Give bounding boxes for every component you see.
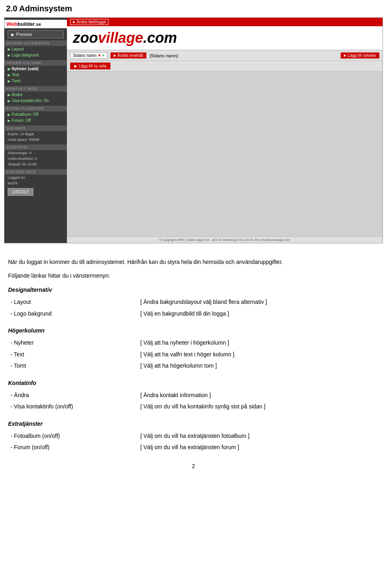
sidebar-item-tomt[interactable]: ▶ Tomt [4, 78, 67, 84]
text-content-area: När du loggat in kommer du till adminsys… [0, 251, 387, 477]
arrow-icon: ▶ [8, 113, 10, 117]
logged-user: test76 [4, 180, 67, 186]
sid-expire: Expire: 14 dagar [4, 131, 67, 137]
row-left: - Forum (on/off) [9, 442, 138, 452]
section-header-statistik: STATISTIK [4, 144, 67, 150]
section-header-design: DESIGN ALTERNATIV [4, 40, 67, 46]
row-right: [ Välj om du vill ha extratjänsten fotoa… [139, 431, 378, 441]
sidebar-item-fotoalbum[interactable]: ▶ Fotoalbum: Off [4, 111, 67, 117]
change-content-button[interactable]: ▶ Ändra innehåll [110, 52, 146, 59]
arrow-icon: ▶ [344, 54, 346, 57]
arrow-icon: ▶ [8, 99, 10, 103]
intro-paragraph-2: Följande länkar hittar du i vänstermenyn… [8, 271, 379, 280]
arrow-icon: ▶ [8, 67, 10, 71]
sidebar-item-logo-bakgrund[interactable]: ▶ Logo bakgrund [4, 52, 67, 58]
sidebar-item-layout[interactable]: ▶ Layout [4, 46, 67, 52]
arrow-icon: ▶ [8, 53, 10, 57]
page-name-item: Sidans namn ✕ + [70, 52, 107, 59]
page-number: 2 [8, 462, 379, 471]
arrow-icon: ▶ [8, 73, 10, 77]
row-right: [ Välj att ha högerkolumn tom ] [139, 360, 378, 371]
sidebar-item-nyheter-label: Nyheter (vald) [12, 67, 39, 71]
row-right: [ Välj om du vill ha extratjänsten forum… [139, 442, 378, 452]
table-hoger: - Nyheter [ Välj att ha nyheter i högerk… [8, 337, 379, 372]
sidebar-item-tomt-label: Tomt [12, 79, 21, 83]
logo-web: Web [6, 21, 17, 27]
arrow-icon: ▶ [73, 20, 75, 24]
arrow-icon: ▶ [8, 119, 10, 123]
row-left: - Nyheter [9, 337, 138, 348]
sidebar-item-andra-label: Ändra [12, 92, 23, 97]
table-extra: - Fotoalbum (on/off) [ Välj om du vill h… [8, 430, 379, 454]
arrow-icon: ▶ [8, 79, 10, 83]
sidebar-item-fotoalbum-label: Fotoalbum: Off [12, 112, 38, 117]
sidebar: Webbuilder.se ▶ Preview DESIGN ALTERNATI… [4, 18, 67, 243]
table-row: - Text [ Välj att ha valfri text i höger… [9, 349, 378, 360]
table-design: - Layout [ Ändra bakgrundslayout välj bl… [8, 296, 379, 320]
sidebar-item-andra[interactable]: ▶ Ändra [4, 92, 67, 98]
row-right: [ Ändra bakgrundslayout välj bland flera… [139, 297, 378, 307]
change-title-button[interactable]: ▶ Ändra titel/logga [70, 19, 108, 25]
table-row: - Forum (on/off) [ Välj om du vill ha ex… [9, 442, 378, 452]
main-logo: zoovillage.com [67, 26, 383, 50]
preview-icon: ▶ [11, 32, 15, 37]
table-kontakt: - Ändra [ Ändra kontakt information ] - … [8, 389, 379, 413]
stat-sidvisningar: Sidvisningar: 0 [4, 150, 67, 156]
logo-builder: builder [17, 21, 35, 27]
sidebar-item-text[interactable]: ▶ Text [4, 72, 67, 78]
table-row: - Layout [ Ändra bakgrundslayout välj bl… [9, 297, 378, 307]
table-row: - Tomt [ Välj att ha högerkolumn tom ] [9, 360, 378, 371]
preview-button[interactable]: ▶ Preview [8, 30, 64, 38]
arrow-icon: ▶ [8, 93, 10, 97]
stat-skapad: Skapad: 05-10-08 [4, 161, 67, 167]
add-news-button[interactable]: ▶ Lägg till nyheter [341, 52, 379, 59]
sidebar-item-text-label: Text [12, 73, 19, 77]
sidebar-item-forum[interactable]: ▶ Forum: Off [4, 117, 67, 123]
section-title-design: Designalternativ [8, 285, 379, 294]
logo-se: .se [35, 22, 41, 27]
sidebar-item-forum-label: Forum: Off [12, 118, 31, 123]
logged-on-label: Logged on: [4, 175, 67, 180]
main-body [67, 71, 383, 236]
row-left: - Layout [9, 297, 138, 307]
intro-paragraph-1: När du loggat in kommer du till adminsys… [8, 257, 379, 266]
row-left: - Visa kontaktinfo (on/off) [9, 401, 138, 412]
x-icon[interactable]: ✕ [98, 53, 101, 58]
table-row: - Fotoalbum (on/off) [ Välj om du vill h… [9, 431, 378, 441]
row-right: [ Ändra kontakt information ] [139, 390, 378, 400]
screenshot-area: Webbuilder.se ▶ Preview DESIGN ALTERNATI… [4, 17, 383, 243]
logo-text: zoovillage.com [73, 29, 177, 46]
section-header-sidinfo: SID INFO [4, 126, 67, 131]
main-second-bar: ▶ Lägg till ny sida [67, 61, 383, 71]
row-right: [ Välj en bakgrundbild till din logga ] [139, 308, 378, 319]
arrow-icon: ▶ [8, 47, 10, 51]
table-row: - Nyheter [ Välj att ha nyheter i högerk… [9, 337, 378, 348]
plus-icon[interactable]: + [102, 53, 104, 58]
row-right: [ Välj att ha nyheter i högerkolumn ] [139, 337, 378, 348]
section-header-extra: EXTRA TJÄNSTER [4, 106, 67, 111]
sidebar-item-visa-kontakt-label: Visa kontakt info: On [12, 98, 49, 103]
main-top-bar: ▶ Ändra titel/logga [67, 18, 383, 26]
sidebar-item-nyheter[interactable]: ▶ Nyheter (vald) [4, 66, 67, 72]
row-left: - Text [9, 349, 138, 360]
page-name-label: Sidans namn [73, 53, 96, 58]
sidebar-item-layout-label: Layout [12, 47, 24, 51]
section-header-logged: LOGGED INFO [4, 169, 67, 175]
row-right: [ Välj om du vill ha kontakinfo synlig s… [139, 401, 378, 412]
row-right: [ Välj att ha valfri text i höger kolumn… [139, 349, 378, 360]
section-title-hoger: Högerkolumn [8, 326, 379, 335]
main-toolbar: Sidans namn ✕ + ▶ Ändra innehåll [Sidans… [67, 50, 383, 61]
sid-space: Used space: 0/5MB [4, 137, 67, 142]
add-news-label: Lägg till nyheter [347, 53, 376, 58]
add-page-button[interactable]: ▶ Lägg till ny sida [70, 63, 110, 69]
page-name-display: [Sidans namn] [150, 53, 178, 58]
main-footer: © copyright 2005 | Södra vägen 34 , 422 … [67, 236, 383, 243]
sidebar-item-visa-kontakt[interactable]: ▶ Visa kontakt info: On [4, 98, 67, 104]
stat-unika: Unika besökare: 0 [4, 156, 67, 161]
table-row: - Logo bakgrund [ Välj en bakgrundbild t… [9, 308, 378, 319]
logout-button[interactable]: LOGOUT [8, 188, 33, 196]
section-title-kontakt: Kontatinfo [8, 379, 379, 387]
main-content: ▶ Ändra titel/logga zoovillage.com Sidan… [67, 18, 383, 243]
row-left: - Tomt [9, 360, 138, 371]
arrow-icon: ▶ [74, 64, 77, 68]
